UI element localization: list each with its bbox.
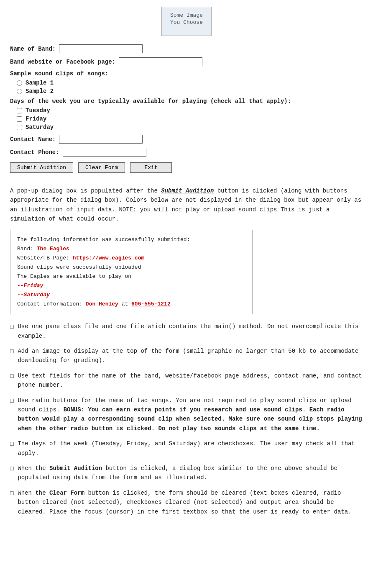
saturday-checkbox[interactable] (17, 125, 22, 130)
tuesday-label: Tuesday (26, 107, 50, 114)
req6-text: When the Submit Audition button is click… (18, 464, 363, 483)
requirement-3: Use text fields for the name of the band… (10, 371, 363, 390)
band-website-label: Band website or Facebook page: (10, 59, 115, 65)
description-section: A pop-up dialog box is populated after t… (10, 186, 363, 516)
dialog-website-label: Website/FB Page: (17, 255, 73, 261)
days-label: Days of the week you are typically avail… (10, 98, 363, 105)
requirements-list: Use one pane class file and one file whi… (10, 322, 363, 516)
dialog-submitted-text: The following information was successful… (17, 235, 245, 244)
description-paragraph: A pop-up dialog box is populated after t… (10, 186, 363, 224)
band-website-input[interactable] (119, 57, 202, 66)
dialog-contact: Contact Information: Don Henley at 606-5… (17, 300, 245, 309)
sound-clips-label: Sample sound clips of songs: (10, 70, 363, 77)
req1-text: Use one pane class file and one file whi… (18, 322, 363, 341)
sample2-label: Sample 2 (26, 88, 54, 95)
sample2-radio[interactable] (17, 89, 22, 94)
audition-form: Name of Band: Band website or Facebook p… (10, 44, 363, 173)
sample2-item: Sample 2 (17, 88, 363, 95)
submit-audition-inline: Submit Audition (161, 187, 214, 194)
contact-phone-label: Contact Phone: (10, 149, 59, 156)
dialog-available-text: The Eagles are available to play on (17, 272, 245, 281)
requirement-4: Use radio buttons for the name of two so… (10, 396, 363, 434)
band-website-row: Band website or Facebook page: (10, 57, 363, 66)
contact-phone-row: Contact Phone: (10, 148, 363, 157)
req6-bold: Submit Audition (49, 465, 102, 472)
dialog-contact-at: at (118, 301, 131, 307)
dialog-simulation: The following information was successful… (10, 230, 253, 315)
dialog-day2: --Saturday (17, 290, 245, 300)
dialog-contact-name: Don Henley (86, 301, 118, 307)
sample1-item: Sample 1 (17, 80, 363, 86)
contact-phone-input[interactable] (63, 148, 146, 157)
contact-name-label: Contact Name: (10, 136, 56, 143)
clear-form-button[interactable]: Clear Form (78, 162, 125, 173)
contact-name-input[interactable] (59, 135, 143, 144)
req2-text: Add an image to display at the top of th… (18, 347, 363, 365)
dialog-clips-text: Sound clips were successfully uploaded (17, 263, 245, 272)
submit-audition-button[interactable]: Submit Audition (10, 162, 73, 173)
dialog-band: Band: The Eagles (17, 244, 245, 254)
band-name-input[interactable] (59, 44, 143, 53)
band-name-row: Name of Band: (10, 44, 363, 53)
req4-text: Use radio buttons for the name of two so… (18, 396, 363, 434)
dialog-website: Website/FB Page: https://www.eagles.com (17, 254, 245, 263)
req7-text: When the Clear Form button is clicked, t… (18, 488, 363, 516)
requirement-7: When the Clear Form button is clicked, t… (10, 488, 363, 516)
dialog-contact-label: Contact Information: (17, 301, 86, 307)
tuesday-item: Tuesday (17, 107, 363, 114)
req3-text: Use text fields for the name of the band… (18, 371, 363, 390)
requirement-5: The days of the week (Tuesday, Friday, a… (10, 439, 363, 458)
req4-bold: BONUS: You can earn extra points if you … (18, 406, 362, 432)
requirement-6: When the Submit Audition button is click… (10, 464, 363, 483)
dialog-contact-phone: 606-555-1212 (131, 301, 171, 307)
band-name-label: Name of Band: (10, 46, 56, 52)
days-section: Days of the week you are typically avail… (10, 98, 363, 131)
req5-text: The days of the week (Tuesday, Friday, a… (18, 439, 363, 458)
radio-group: Sample 1 Sample 2 (17, 80, 363, 95)
exit-button[interactable]: Exit (130, 162, 172, 173)
friday-item: Friday (17, 116, 363, 122)
requirement-1: Use one pane class file and one file whi… (10, 322, 363, 341)
friday-label: Friday (26, 116, 46, 122)
sound-clips-section: Sample sound clips of songs: Sample 1 Sa… (10, 70, 363, 95)
dialog-band-label: Band: (17, 246, 37, 252)
tuesday-checkbox[interactable] (17, 108, 22, 113)
friday-checkbox[interactable] (17, 116, 22, 122)
button-row: Submit Audition Clear Form Exit (10, 162, 363, 173)
dialog-website-value: https://www.eagles.com (73, 255, 145, 261)
contact-name-row: Contact Name: (10, 135, 363, 144)
checkbox-group: Tuesday Friday Saturday (17, 107, 363, 131)
req7-bold: Clear Form (49, 490, 84, 496)
band-image-placeholder: Some Image You Choose (161, 7, 212, 36)
saturday-label: Saturday (26, 124, 54, 131)
dialog-band-value: The Eagles (37, 246, 69, 252)
sample1-radio[interactable] (17, 80, 22, 86)
sample1-label: Sample 1 (26, 80, 54, 86)
dialog-day1: --Friday (17, 281, 245, 290)
requirement-2: Add an image to display at the top of th… (10, 347, 363, 365)
saturday-item: Saturday (17, 124, 363, 131)
